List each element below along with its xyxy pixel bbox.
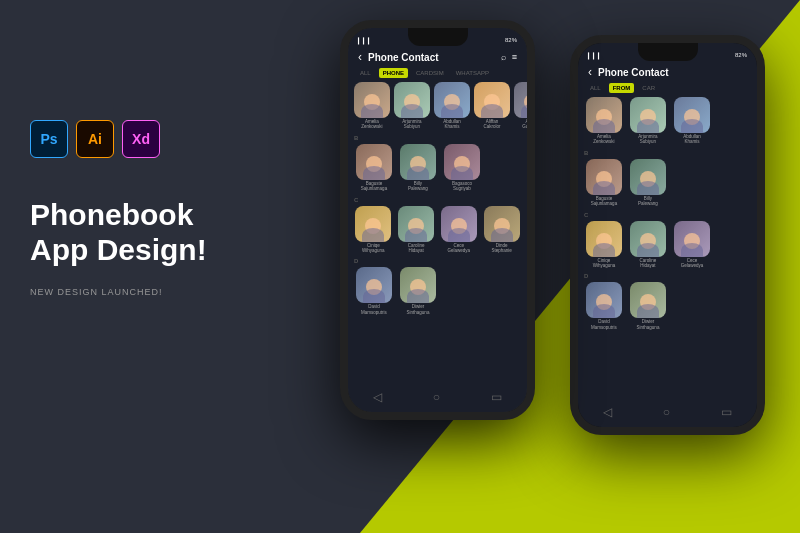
section-letter-b: B <box>354 132 521 142</box>
contact-name: DiwierSinthaguna <box>637 319 660 330</box>
contact-card[interactable]: AmeliaZenkowski <box>354 82 390 130</box>
tab-all-2[interactable]: ALL <box>586 83 605 93</box>
contact-card[interactable]: ArjunmiraSubiyun <box>394 82 430 130</box>
contact-row-2-1: AmeliaZenkowski ArjunmiraSubiyun <box>584 97 751 145</box>
phone-screen-1: ▎▎▎ 82% ‹ Phone Contact ⌕ ≡ ALL PHONE CA… <box>348 28 527 412</box>
phone-notch-2 <box>638 43 698 61</box>
tab-from-2[interactable]: FROM <box>609 83 635 93</box>
contact-name: ArjunmiraSubiyun <box>638 134 657 145</box>
tab-all[interactable]: ALL <box>356 68 375 78</box>
contact-name: CarolineHidayat <box>408 243 425 254</box>
contact-card[interactable]: AbdullanKhamis <box>672 97 712 145</box>
avatar <box>630 159 666 195</box>
contact-card[interactable]: BillyPalewang <box>628 159 668 207</box>
avatar <box>434 82 470 118</box>
left-panel: Ps Ai Xd Phonebook App Design! New Desig… <box>30 120 207 297</box>
contact-card[interactable]: DavidMamsoputris <box>584 282 624 330</box>
phone-frame-2: ▎▎▎ 82% ‹ Phone Contact ALL FROM CAR <box>570 35 765 435</box>
contact-name: BillyPalewang <box>408 181 428 192</box>
nav-back-icon[interactable]: ◁ <box>373 390 382 404</box>
contact-name: CarolineHidayat <box>640 258 657 269</box>
contact-card[interactable]: DavidMamsoputris <box>354 267 394 315</box>
nav-recents-icon-2[interactable]: ▭ <box>721 405 732 419</box>
nav-home-icon-2[interactable]: ○ <box>663 405 670 419</box>
contact-card[interactable]: BillyPalewang <box>398 144 438 192</box>
avatar <box>484 206 520 242</box>
contact-card[interactable]: DiwierSinthaguna <box>398 267 438 315</box>
photoshop-icon: Ps <box>30 120 68 158</box>
contact-card[interactable]: BagasocoSugriyab <box>442 144 482 192</box>
phone-notch-1 <box>408 28 468 46</box>
contact-card[interactable]: DindeStephanie <box>482 206 521 254</box>
avatar <box>356 267 392 303</box>
tab-whatsapp[interactable]: WHATSAPP <box>452 68 493 78</box>
nav-recents-icon[interactable]: ▭ <box>491 390 502 404</box>
contact-name: AbdullanKhamis <box>683 134 701 145</box>
contact-card[interactable]: CarolineHidayat <box>628 221 668 269</box>
menu-icon[interactable]: ≡ <box>512 52 517 62</box>
subtitle: New Design Launched! <box>30 287 207 297</box>
contact-card[interactable]: ArjunmiraSubiyun <box>628 97 668 145</box>
avatar <box>674 97 710 133</box>
contact-card[interactable]: AliffanCakrolor <box>474 82 510 130</box>
contact-name: CeceGelawedya <box>448 243 471 254</box>
contacts-grid-2: AmeliaZenkowski ArjunmiraSubiyun <box>578 97 757 330</box>
contact-name: BillyPalewang <box>638 196 658 207</box>
nav-back-icon-2[interactable]: ◁ <box>603 405 612 419</box>
section-c-2: C <box>584 209 751 219</box>
contact-name: DavidMamsoputris <box>361 304 387 315</box>
contact-card[interactable]: CiniqeWihyaguna <box>354 206 393 254</box>
app-icons-row: Ps Ai Xd <box>30 120 207 158</box>
contact-row-1: AmeliaZenkowski ArjunmiraSubiyun <box>354 82 521 130</box>
phone-screen-2: ▎▎▎ 82% ‹ Phone Contact ALL FROM CAR <box>578 43 757 427</box>
phone-mockup-2: ▎▎▎ 82% ‹ Phone Contact ALL FROM CAR <box>570 35 765 435</box>
bottom-nav-bar: ◁ ○ ▭ <box>348 386 527 408</box>
search-icon[interactable]: ⌕ <box>501 52 506 62</box>
phone-frame-1: ▎▎▎ 82% ‹ Phone Contact ⌕ ≡ ALL PHONE CA… <box>340 20 535 420</box>
avatar <box>586 159 622 195</box>
contact-name: CiniqeWihyaguna <box>362 243 385 254</box>
avatar <box>441 206 477 242</box>
phone-mockup-1: ▎▎▎ 82% ‹ Phone Contact ⌕ ≡ ALL PHONE CA… <box>340 20 535 420</box>
contact-card[interactable]: DiwierSinthaguna <box>628 282 668 330</box>
tab-bar-1: ALL PHONE CARDSIM WHATSAPP <box>348 68 527 82</box>
tab-phone[interactable]: PHONE <box>379 68 408 78</box>
back-button-2[interactable]: ‹ <box>588 65 592 79</box>
contact-name: AliffanCakrolor <box>483 119 500 130</box>
contact-name: BagusteSajunlamaga <box>361 181 387 192</box>
contact-name: DavidMamsoputris <box>591 319 617 330</box>
tab-cardsim[interactable]: CARDSIM <box>412 68 448 78</box>
avatar <box>354 82 390 118</box>
bottom-nav-bar-2: ◁ ○ ▭ <box>578 401 757 423</box>
contact-card[interactable]: CarolineHidayat <box>397 206 436 254</box>
avatar <box>630 97 666 133</box>
tab-car-2[interactable]: CAR <box>638 83 659 93</box>
contact-card[interactable]: AndricGuwirdha <box>514 82 527 130</box>
contact-card[interactable]: CeceGelawedya <box>440 206 479 254</box>
xd-icon: Xd <box>122 120 160 158</box>
contact-row-3: CiniqeWihyaguna CarolineHidayat <box>354 206 521 254</box>
contact-card[interactable]: AbdullanKhamis <box>434 82 470 130</box>
contact-card[interactable]: AmeliaZenkowski <box>584 97 624 145</box>
contact-card[interactable]: CeceGelawedya <box>672 221 712 269</box>
contact-card[interactable]: CiniqeWihyaguna <box>584 221 624 269</box>
back-button[interactable]: ‹ <box>358 50 362 64</box>
battery-info-2: 82% <box>735 52 747 58</box>
contact-name: AmeliaZenkowski <box>593 134 614 145</box>
avatar <box>356 144 392 180</box>
contact-row-2-4: DavidMamsoputris DiwierSinthaguna <box>584 282 751 330</box>
avatar <box>400 144 436 180</box>
avatar <box>674 221 710 257</box>
contact-name: ArjunmiraSubiyun <box>402 119 421 130</box>
avatar <box>400 267 436 303</box>
contact-card[interactable]: BagusteSajunlamaga <box>354 144 394 192</box>
nav-home-icon[interactable]: ○ <box>433 390 440 404</box>
avatar <box>586 221 622 257</box>
avatar <box>586 282 622 318</box>
contact-name: AmeliaZenkowski <box>361 119 382 130</box>
section-letter-c: C <box>354 194 521 204</box>
avatar <box>394 82 430 118</box>
avatar <box>630 282 666 318</box>
avatar <box>514 82 527 118</box>
contact-card[interactable]: BagusteSajunlamaga <box>584 159 624 207</box>
